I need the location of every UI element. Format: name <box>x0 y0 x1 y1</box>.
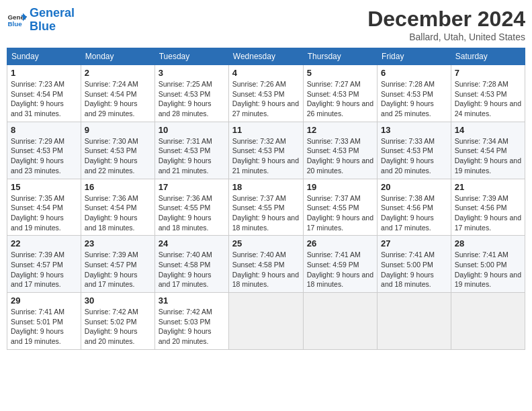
day-number: 10 <box>159 125 225 135</box>
logo-line1: General <box>30 6 75 19</box>
table-row: 2 Sunrise: 7:24 AMSunset: 4:54 PMDayligh… <box>81 65 154 122</box>
col-monday: Monday <box>81 48 154 65</box>
day-info: Sunrise: 7:38 AMSunset: 4:56 PMDaylight:… <box>381 194 435 232</box>
day-info: Sunrise: 7:39 AMSunset: 4:57 PMDaylight:… <box>11 250 64 288</box>
day-number: 28 <box>455 238 521 248</box>
day-number: 27 <box>381 238 447 248</box>
day-number: 7 <box>455 68 521 78</box>
day-number: 2 <box>85 68 151 78</box>
day-number: 16 <box>85 182 151 192</box>
table-row: 11 Sunrise: 7:32 AMSunset: 4:53 PMDaylig… <box>228 122 303 179</box>
day-info: Sunrise: 7:32 AMSunset: 4:53 PMDaylight:… <box>232 137 299 175</box>
logo-text: General Blue <box>30 7 75 34</box>
day-info: Sunrise: 7:39 AMSunset: 4:57 PMDaylight:… <box>85 250 138 288</box>
table-row: 30 Sunrise: 7:42 AMSunset: 5:02 PMDaylig… <box>81 293 154 350</box>
table-row: 21 Sunrise: 7:39 AMSunset: 4:56 PMDaylig… <box>451 179 525 236</box>
day-number: 19 <box>307 182 373 192</box>
table-row: 26 Sunrise: 7:41 AMSunset: 4:59 PMDaylig… <box>303 236 377 293</box>
day-info: Sunrise: 7:40 AMSunset: 4:58 PMDaylight:… <box>232 250 299 288</box>
day-number: 4 <box>232 68 300 78</box>
table-row: 1 Sunrise: 7:23 AMSunset: 4:54 PMDayligh… <box>7 65 81 122</box>
table-row: 6 Sunrise: 7:28 AMSunset: 4:53 PMDayligh… <box>378 65 451 122</box>
table-row: 12 Sunrise: 7:33 AMSunset: 4:53 PMDaylig… <box>303 122 377 179</box>
day-number: 31 <box>159 295 225 306</box>
day-number: 26 <box>307 238 373 248</box>
table-row: 23 Sunrise: 7:39 AMSunset: 4:57 PMDaylig… <box>81 236 154 293</box>
day-number: 15 <box>11 182 77 192</box>
table-row <box>451 293 525 350</box>
day-info: Sunrise: 7:34 AMSunset: 4:54 PMDaylight:… <box>455 137 521 175</box>
logo: General Blue General Blue <box>7 7 75 34</box>
day-info: Sunrise: 7:33 AMSunset: 4:53 PMDaylight:… <box>307 137 373 175</box>
day-number: 8 <box>11 125 77 135</box>
table-row: 31 Sunrise: 7:42 AMSunset: 5:03 PMDaylig… <box>154 293 228 350</box>
table-row: 20 Sunrise: 7:38 AMSunset: 4:56 PMDaylig… <box>378 179 451 236</box>
table-row: 25 Sunrise: 7:40 AMSunset: 4:58 PMDaylig… <box>228 236 303 293</box>
table-row <box>303 293 377 350</box>
day-info: Sunrise: 7:24 AMSunset: 4:54 PMDaylight:… <box>85 80 138 118</box>
location: Ballard, Utah, United States <box>367 32 525 42</box>
day-info: Sunrise: 7:27 AMSunset: 4:53 PMDaylight:… <box>307 80 373 118</box>
day-number: 29 <box>11 295 77 306</box>
table-row: 29 Sunrise: 7:41 AMSunset: 5:01 PMDaylig… <box>7 293 81 350</box>
day-info: Sunrise: 7:23 AMSunset: 4:54 PMDaylight:… <box>11 80 64 118</box>
table-row: 4 Sunrise: 7:26 AMSunset: 4:53 PMDayligh… <box>228 65 303 122</box>
day-number: 3 <box>159 68 225 78</box>
table-row: 8 Sunrise: 7:29 AMSunset: 4:53 PMDayligh… <box>7 122 81 179</box>
day-info: Sunrise: 7:41 AMSunset: 5:00 PMDaylight:… <box>455 250 521 288</box>
day-info: Sunrise: 7:25 AMSunset: 4:53 PMDaylight:… <box>159 80 212 118</box>
day-number: 1 <box>11 68 77 78</box>
table-row: 22 Sunrise: 7:39 AMSunset: 4:57 PMDaylig… <box>7 236 81 293</box>
day-info: Sunrise: 7:29 AMSunset: 4:53 PMDaylight:… <box>11 137 64 175</box>
table-row <box>378 293 451 350</box>
day-info: Sunrise: 7:28 AMSunset: 4:53 PMDaylight:… <box>455 80 521 118</box>
day-number: 25 <box>232 238 300 248</box>
table-row: 19 Sunrise: 7:37 AMSunset: 4:55 PMDaylig… <box>303 179 377 236</box>
day-info: Sunrise: 7:39 AMSunset: 4:56 PMDaylight:… <box>455 194 521 232</box>
day-number: 14 <box>455 125 521 135</box>
day-info: Sunrise: 7:41 AMSunset: 5:01 PMDaylight:… <box>11 308 64 345</box>
day-info: Sunrise: 7:30 AMSunset: 4:53 PMDaylight:… <box>85 137 138 175</box>
table-row: 7 Sunrise: 7:28 AMSunset: 4:53 PMDayligh… <box>451 65 525 122</box>
table-row: 24 Sunrise: 7:40 AMSunset: 4:58 PMDaylig… <box>154 236 228 293</box>
day-number: 24 <box>159 238 225 248</box>
day-info: Sunrise: 7:37 AMSunset: 4:55 PMDaylight:… <box>232 194 299 232</box>
table-row: 16 Sunrise: 7:36 AMSunset: 4:54 PMDaylig… <box>81 179 154 236</box>
day-info: Sunrise: 7:41 AMSunset: 5:00 PMDaylight:… <box>381 250 435 288</box>
table-row: 10 Sunrise: 7:31 AMSunset: 4:53 PMDaylig… <box>154 122 228 179</box>
col-friday: Friday <box>378 48 451 65</box>
table-row: 14 Sunrise: 7:34 AMSunset: 4:54 PMDaylig… <box>451 122 525 179</box>
day-number: 6 <box>381 68 447 78</box>
col-thursday: Thursday <box>303 48 377 65</box>
day-number: 5 <box>307 68 373 78</box>
title-block: December 2024 Ballard, Utah, United Stat… <box>367 7 525 42</box>
day-number: 23 <box>85 238 151 248</box>
day-number: 22 <box>11 238 77 248</box>
table-row: 15 Sunrise: 7:35 AMSunset: 4:54 PMDaylig… <box>7 179 81 236</box>
table-row: 9 Sunrise: 7:30 AMSunset: 4:53 PMDayligh… <box>81 122 154 179</box>
day-info: Sunrise: 7:33 AMSunset: 4:53 PMDaylight:… <box>381 137 435 175</box>
day-info: Sunrise: 7:42 AMSunset: 5:02 PMDaylight:… <box>85 308 138 345</box>
col-tuesday: Tuesday <box>154 48 228 65</box>
table-row: 28 Sunrise: 7:41 AMSunset: 5:00 PMDaylig… <box>451 236 525 293</box>
table-row: 5 Sunrise: 7:27 AMSunset: 4:53 PMDayligh… <box>303 65 377 122</box>
day-info: Sunrise: 7:40 AMSunset: 4:58 PMDaylight:… <box>159 250 212 288</box>
day-number: 12 <box>307 125 373 135</box>
day-number: 11 <box>232 125 300 135</box>
day-number: 18 <box>232 182 300 192</box>
calendar-table: Sunday Monday Tuesday Wednesday Thursday… <box>7 48 525 350</box>
day-info: Sunrise: 7:28 AMSunset: 4:53 PMDaylight:… <box>381 80 435 118</box>
day-number: 21 <box>455 182 521 192</box>
day-info: Sunrise: 7:37 AMSunset: 4:55 PMDaylight:… <box>307 194 373 232</box>
header-row: General Blue General Blue December 2024 … <box>7 7 525 42</box>
col-wednesday: Wednesday <box>228 48 303 65</box>
col-saturday: Saturday <box>451 48 525 65</box>
day-number: 13 <box>381 125 447 135</box>
day-number: 17 <box>159 182 225 192</box>
page-container: General Blue General Blue December 2024 … <box>0 0 532 353</box>
day-info: Sunrise: 7:36 AMSunset: 4:55 PMDaylight:… <box>159 194 212 232</box>
day-info: Sunrise: 7:42 AMSunset: 5:03 PMDaylight:… <box>159 308 212 345</box>
logo-icon: General Blue <box>7 12 27 28</box>
day-number: 30 <box>85 295 151 306</box>
day-info: Sunrise: 7:31 AMSunset: 4:53 PMDaylight:… <box>159 137 212 175</box>
